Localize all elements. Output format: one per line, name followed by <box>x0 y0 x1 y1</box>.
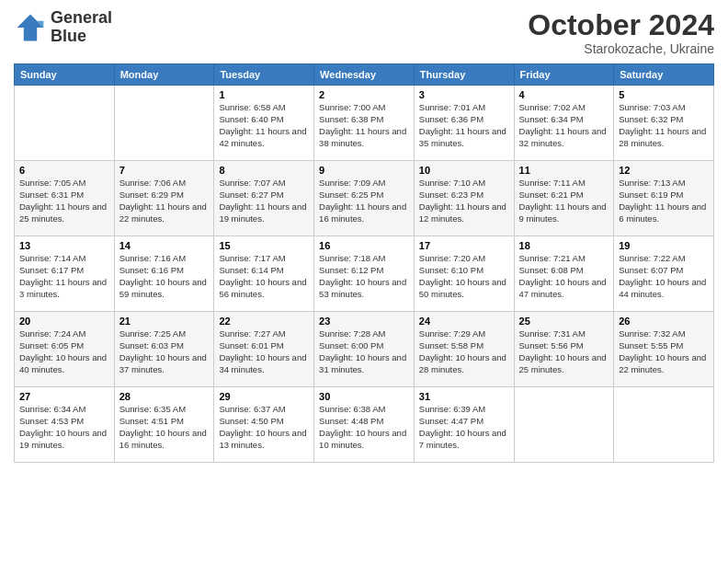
day-number: 3 <box>419 89 509 100</box>
day-info: Sunrise: 6:58 AMSunset: 6:40 PMDaylight:… <box>219 102 309 149</box>
header-row: Sunday Monday Tuesday Wednesday Thursday… <box>15 64 714 86</box>
day-cell: 29Sunrise: 6:37 AMSunset: 4:50 PMDayligh… <box>214 387 314 463</box>
day-info: Sunrise: 7:17 AMSunset: 6:14 PMDaylight:… <box>219 253 309 300</box>
day-number: 18 <box>519 240 609 251</box>
day-cell: 3Sunrise: 7:01 AMSunset: 6:36 PMDaylight… <box>414 86 514 161</box>
day-info: Sunrise: 7:31 AMSunset: 5:56 PMDaylight:… <box>519 328 609 375</box>
day-cell: 15Sunrise: 7:17 AMSunset: 6:14 PMDayligh… <box>214 236 314 312</box>
day-info: Sunrise: 7:09 AMSunset: 6:25 PMDaylight:… <box>319 178 409 224</box>
day-cell <box>15 86 115 161</box>
day-info: Sunrise: 7:18 AMSunset: 6:12 PMDaylight:… <box>319 253 409 300</box>
day-cell: 7Sunrise: 7:06 AMSunset: 6:29 PMDaylight… <box>114 161 214 236</box>
week-row-2: 6Sunrise: 7:05 AMSunset: 6:31 PMDaylight… <box>15 161 714 236</box>
day-info: Sunrise: 7:07 AMSunset: 6:27 PMDaylight:… <box>219 178 309 224</box>
logo-line1: General <box>51 9 112 28</box>
svg-marker-0 <box>17 14 44 40</box>
day-number: 25 <box>519 316 609 327</box>
day-info: Sunrise: 7:29 AMSunset: 5:58 PMDaylight:… <box>419 328 509 375</box>
day-cell <box>614 387 714 463</box>
day-cell: 14Sunrise: 7:16 AMSunset: 6:16 PMDayligh… <box>114 236 214 312</box>
col-wednesday: Wednesday <box>314 64 415 86</box>
col-friday: Friday <box>514 64 614 86</box>
day-cell: 1Sunrise: 6:58 AMSunset: 6:40 PMDaylight… <box>214 86 314 161</box>
day-info: Sunrise: 7:11 AMSunset: 6:21 PMDaylight:… <box>519 178 609 224</box>
day-number: 13 <box>19 240 109 251</box>
day-number: 22 <box>219 316 309 327</box>
day-cell: 18Sunrise: 7:21 AMSunset: 6:08 PMDayligh… <box>514 236 614 312</box>
day-info: Sunrise: 7:27 AMSunset: 6:01 PMDaylight:… <box>219 328 309 375</box>
day-cell: 2Sunrise: 7:00 AMSunset: 6:38 PMDaylight… <box>314 86 415 161</box>
day-info: Sunrise: 7:10 AMSunset: 6:23 PMDaylight:… <box>419 178 509 224</box>
day-info: Sunrise: 6:39 AMSunset: 4:47 PMDaylight:… <box>419 404 509 451</box>
title-section: October 2024 Starokozache, Ukraine <box>528 9 714 56</box>
day-number: 8 <box>219 165 309 176</box>
day-info: Sunrise: 7:03 AMSunset: 6:32 PMDaylight:… <box>619 102 709 149</box>
day-cell: 11Sunrise: 7:11 AMSunset: 6:21 PMDayligh… <box>514 161 614 236</box>
col-tuesday: Tuesday <box>214 64 314 86</box>
day-cell: 4Sunrise: 7:02 AMSunset: 6:34 PMDaylight… <box>514 86 614 161</box>
day-info: Sunrise: 7:21 AMSunset: 6:08 PMDaylight:… <box>519 253 609 300</box>
week-row-3: 13Sunrise: 7:14 AMSunset: 6:17 PMDayligh… <box>15 236 714 312</box>
day-info: Sunrise: 7:02 AMSunset: 6:34 PMDaylight:… <box>519 102 609 149</box>
week-row-4: 20Sunrise: 7:24 AMSunset: 6:05 PMDayligh… <box>15 312 714 387</box>
day-number: 16 <box>319 240 409 251</box>
logo: General Blue <box>14 9 112 46</box>
day-number: 26 <box>619 316 709 327</box>
day-cell: 13Sunrise: 7:14 AMSunset: 6:17 PMDayligh… <box>15 236 115 312</box>
day-cell: 19Sunrise: 7:22 AMSunset: 6:07 PMDayligh… <box>614 236 714 312</box>
day-cell: 25Sunrise: 7:31 AMSunset: 5:56 PMDayligh… <box>514 312 614 387</box>
day-info: Sunrise: 7:32 AMSunset: 5:55 PMDaylight:… <box>619 328 709 375</box>
day-number: 15 <box>219 240 309 251</box>
day-number: 14 <box>119 240 210 251</box>
col-thursday: Thursday <box>414 64 514 86</box>
day-info: Sunrise: 7:05 AMSunset: 6:31 PMDaylight:… <box>19 178 109 224</box>
day-info: Sunrise: 6:37 AMSunset: 4:50 PMDaylight:… <box>219 404 309 451</box>
day-number: 30 <box>319 391 409 402</box>
day-info: Sunrise: 7:13 AMSunset: 6:19 PMDaylight:… <box>619 178 709 224</box>
day-cell: 27Sunrise: 6:34 AMSunset: 4:53 PMDayligh… <box>15 387 115 463</box>
day-number: 10 <box>419 165 509 176</box>
logo-icon <box>14 11 47 44</box>
day-number: 5 <box>619 89 709 100</box>
col-sunday: Sunday <box>15 64 115 86</box>
day-cell: 26Sunrise: 7:32 AMSunset: 5:55 PMDayligh… <box>614 312 714 387</box>
day-cell: 9Sunrise: 7:09 AMSunset: 6:25 PMDaylight… <box>314 161 415 236</box>
day-number: 20 <box>19 316 109 327</box>
month-title: October 2024 <box>528 9 714 41</box>
col-saturday: Saturday <box>614 64 714 86</box>
day-number: 1 <box>219 89 309 100</box>
day-number: 19 <box>619 240 709 251</box>
day-cell: 8Sunrise: 7:07 AMSunset: 6:27 PMDaylight… <box>214 161 314 236</box>
day-number: 21 <box>119 316 210 327</box>
day-number: 24 <box>419 316 509 327</box>
day-cell <box>114 86 214 161</box>
day-number: 29 <box>219 391 309 402</box>
day-cell: 12Sunrise: 7:13 AMSunset: 6:19 PMDayligh… <box>614 161 714 236</box>
day-info: Sunrise: 7:24 AMSunset: 6:05 PMDaylight:… <box>19 328 109 375</box>
day-cell: 30Sunrise: 6:38 AMSunset: 4:48 PMDayligh… <box>314 387 415 463</box>
location: Starokozache, Ukraine <box>528 41 714 56</box>
day-cell: 5Sunrise: 7:03 AMSunset: 6:32 PMDaylight… <box>614 86 714 161</box>
day-cell: 22Sunrise: 7:27 AMSunset: 6:01 PMDayligh… <box>214 312 314 387</box>
logo-line2: Blue <box>51 28 112 46</box>
day-info: Sunrise: 7:00 AMSunset: 6:38 PMDaylight:… <box>319 102 409 149</box>
day-number: 4 <box>519 89 609 100</box>
day-cell: 6Sunrise: 7:05 AMSunset: 6:31 PMDaylight… <box>15 161 115 236</box>
day-number: 17 <box>419 240 509 251</box>
day-cell: 21Sunrise: 7:25 AMSunset: 6:03 PMDayligh… <box>114 312 214 387</box>
day-cell: 23Sunrise: 7:28 AMSunset: 6:00 PMDayligh… <box>314 312 415 387</box>
day-info: Sunrise: 7:14 AMSunset: 6:17 PMDaylight:… <box>19 253 109 300</box>
week-row-1: 1Sunrise: 6:58 AMSunset: 6:40 PMDaylight… <box>15 86 714 161</box>
calendar-table: Sunday Monday Tuesday Wednesday Thursday… <box>14 63 714 463</box>
day-number: 11 <box>519 165 609 176</box>
logo-text: General Blue <box>51 9 112 46</box>
day-number: 9 <box>319 165 409 176</box>
day-cell: 10Sunrise: 7:10 AMSunset: 6:23 PMDayligh… <box>414 161 514 236</box>
day-info: Sunrise: 6:34 AMSunset: 4:53 PMDaylight:… <box>19 404 109 451</box>
day-number: 31 <box>419 391 509 402</box>
day-number: 27 <box>19 391 109 402</box>
day-cell: 28Sunrise: 6:35 AMSunset: 4:51 PMDayligh… <box>114 387 214 463</box>
page: General Blue October 2024 Starokozache, … <box>0 0 728 563</box>
day-number: 2 <box>319 89 409 100</box>
day-info: Sunrise: 7:20 AMSunset: 6:10 PMDaylight:… <box>419 253 509 300</box>
